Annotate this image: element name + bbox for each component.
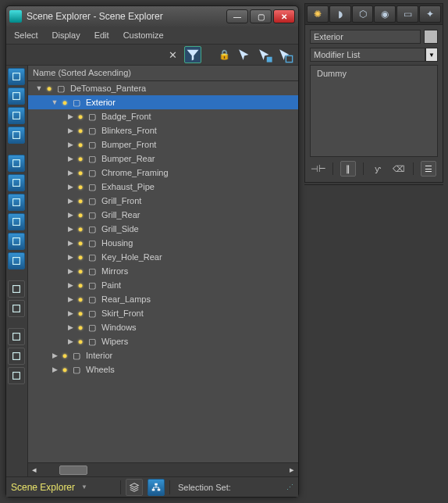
- tree-row[interactable]: ▶Badge_Front: [28, 109, 298, 123]
- lightbulb-icon[interactable]: [75, 336, 86, 347]
- chevron-right-icon[interactable]: ▶: [50, 351, 59, 359]
- lightbulb-icon[interactable]: [75, 167, 86, 178]
- lightbulb-icon[interactable]: [59, 97, 70, 108]
- titlebar[interactable]: Scene Explorer - Scene Explorer — ▢ ✕: [6, 6, 298, 27]
- lightbulb-icon[interactable]: [75, 322, 86, 333]
- tree-row[interactable]: ▶Bumper_Rear: [28, 152, 298, 166]
- highlight-icon[interactable]: [8, 213, 25, 230]
- motion-icon[interactable]: ◉: [374, 5, 396, 23]
- freeze-icon[interactable]: [8, 155, 25, 172]
- clear-icon[interactable]: ✕: [164, 46, 181, 63]
- lightbulb-icon[interactable]: [75, 139, 86, 150]
- close-button[interactable]: ✕: [273, 9, 295, 23]
- scroll-right-icon[interactable]: ▸: [286, 464, 298, 476]
- column-header-name[interactable]: Name (Sorted Ascending): [28, 66, 298, 81]
- tree-row[interactable]: ▶Exhaust_Pipe: [28, 180, 298, 194]
- create-icon[interactable]: ✺: [307, 5, 329, 23]
- utilities-icon[interactable]: ✦: [419, 5, 441, 23]
- workspace-label[interactable]: Scene Explorer: [11, 482, 75, 493]
- stack-item[interactable]: Dummy: [317, 69, 431, 78]
- make-unique-icon[interactable]: ƴ: [371, 162, 385, 176]
- modifier-list-dropdown[interactable]: Modifier List: [310, 48, 425, 62]
- configure-sets-icon[interactable]: ☰: [421, 161, 436, 177]
- horizontal-scrollbar[interactable]: ◂ ▸: [28, 462, 298, 476]
- maximize-button[interactable]: ▢: [250, 9, 272, 23]
- tree-row[interactable]: ▶Skirt_Front: [28, 306, 298, 320]
- lightbulb-icon[interactable]: [59, 350, 70, 361]
- lightbulb-icon[interactable]: [44, 83, 55, 94]
- tree-row[interactable]: ▶Interior: [28, 348, 298, 362]
- pick-add-icon[interactable]: [256, 46, 273, 63]
- lightbulb-icon[interactable]: [75, 223, 86, 234]
- chevron-right-icon[interactable]: ▶: [66, 239, 75, 247]
- modify-icon[interactable]: ◗: [329, 5, 351, 23]
- layers-icon[interactable]: [8, 174, 25, 191]
- lightbulb-icon[interactable]: [75, 195, 86, 206]
- modifier-stack[interactable]: Dummy: [310, 65, 438, 157]
- lightbulb-icon[interactable]: [75, 266, 86, 276]
- tree-row[interactable]: ▶Grill_Side: [28, 222, 298, 236]
- chevron-down-icon[interactable]: ▼: [81, 483, 87, 491]
- pick-icon[interactable]: [236, 46, 253, 63]
- pin-stack-icon[interactable]: ⊣⊢: [311, 162, 325, 176]
- chevron-right-icon[interactable]: ▶: [66, 211, 75, 219]
- chevron-right-icon[interactable]: ▶: [66, 253, 75, 261]
- lightbulb-icon[interactable]: [59, 364, 70, 375]
- remove-modifier-icon[interactable]: ⌫: [392, 162, 406, 176]
- tree-row[interactable]: ▶Paint: [28, 278, 298, 292]
- chevron-right-icon[interactable]: ▶: [50, 366, 59, 373]
- tree-row[interactable]: ▶Grill_Front: [28, 194, 298, 208]
- lightbulb-icon[interactable]: [75, 209, 86, 220]
- lightbulb-icon[interactable]: [75, 111, 86, 122]
- chevron-down-icon[interactable]: ▼: [50, 98, 59, 106]
- filter-funnel-icon[interactable]: [184, 46, 201, 63]
- chevron-right-icon[interactable]: ▶: [66, 197, 75, 205]
- link-icon[interactable]: [8, 367, 25, 384]
- scroll-left-icon[interactable]: ◂: [28, 464, 41, 476]
- lightbulb-icon[interactable]: [75, 153, 86, 164]
- tree-row[interactable]: ▶Key_Hole_Rear: [28, 250, 298, 264]
- snow-icon[interactable]: [8, 233, 25, 250]
- menu-customize[interactable]: Customize: [123, 30, 164, 40]
- chevron-right-icon[interactable]: ▶: [66, 309, 75, 317]
- pick-region-icon[interactable]: [276, 46, 293, 63]
- minimize-button[interactable]: —: [226, 9, 248, 23]
- chevron-right-icon[interactable]: ▶: [66, 155, 75, 162]
- layers-toggle-icon[interactable]: [126, 479, 143, 496]
- chevron-right-icon[interactable]: ▶: [66, 141, 75, 148]
- chevron-down-icon[interactable]: ▼: [425, 48, 438, 62]
- chevron-right-icon[interactable]: ▶: [66, 323, 75, 331]
- tree-row[interactable]: ▶Rear_Lamps: [28, 292, 298, 306]
- lightbulb-icon[interactable]: [75, 251, 86, 262]
- object-name-field[interactable]: Exterior: [310, 30, 421, 44]
- hierarchy-icon[interactable]: ⬡: [352, 5, 374, 23]
- lightbulb-icon[interactable]: [75, 181, 86, 192]
- page-icon[interactable]: [8, 300, 25, 317]
- lightbulb-icon[interactable]: [75, 308, 86, 319]
- chevron-right-icon[interactable]: ▶: [66, 112, 75, 120]
- expand-icon[interactable]: [8, 252, 25, 269]
- tree-row[interactable]: ▼Exterior: [28, 95, 298, 109]
- tree-row[interactable]: ▶Grill_Rear: [28, 208, 298, 222]
- tree-row[interactable]: ▶Windows: [28, 320, 298, 334]
- chevron-right-icon[interactable]: ▶: [66, 281, 75, 289]
- tree-row[interactable]: ▼DeTomaso_Pantera: [28, 81, 298, 95]
- menu-edit[interactable]: Edit: [94, 30, 109, 40]
- video-icon[interactable]: [8, 127, 25, 144]
- chevron-right-icon[interactable]: ▶: [66, 267, 75, 275]
- resize-grip-icon[interactable]: ⋰: [286, 483, 293, 491]
- tree-row[interactable]: ▶Mirrors: [28, 264, 298, 278]
- tree-row[interactable]: ▶Bumper_Front: [28, 137, 298, 152]
- display-icon[interactable]: ▭: [396, 5, 418, 23]
- lock-icon[interactable]: 🔒: [215, 46, 233, 63]
- chevron-right-icon[interactable]: ▶: [66, 295, 75, 303]
- lightbulb-icon[interactable]: [75, 280, 86, 291]
- scrollbar-thumb[interactable]: [59, 466, 87, 475]
- sphere-icon[interactable]: [8, 68, 25, 85]
- tree-row[interactable]: ▶Wheels: [28, 362, 298, 376]
- chevron-right-icon[interactable]: ▶: [66, 225, 75, 233]
- chevron-right-icon[interactable]: ▶: [66, 183, 75, 191]
- hierarchy-toggle-icon[interactable]: [148, 479, 165, 496]
- list-icon[interactable]: [8, 280, 25, 298]
- chevron-right-icon[interactable]: ▶: [66, 337, 75, 345]
